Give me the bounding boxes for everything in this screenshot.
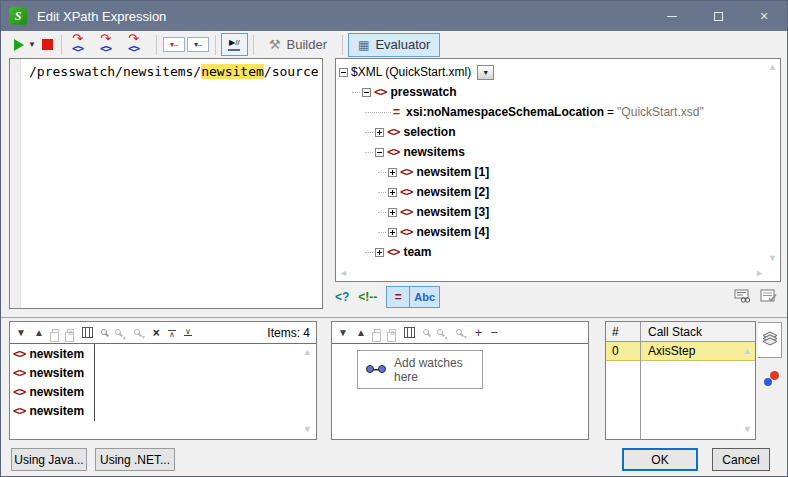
- scroll-up-arrow[interactable]: ▲: [743, 347, 752, 356]
- horizontal-splitter[interactable]: [1, 317, 787, 318]
- scroll-down-arrow[interactable]: ▼: [768, 254, 777, 263]
- result-item[interactable]: <>newsitem: [10, 382, 316, 401]
- expand-icon[interactable]: [375, 128, 384, 137]
- text-toggle[interactable]: Abc: [409, 286, 440, 308]
- insert-breakpoint-button[interactable]: ▾--: [163, 37, 185, 52]
- linked-evaluation-icon[interactable]: [734, 289, 751, 306]
- expand-icon[interactable]: [375, 248, 384, 257]
- tree-node[interactable]: <>team: [336, 242, 780, 262]
- clear-results-icon[interactable]: ×: [153, 327, 160, 339]
- copy-icon[interactable]: [374, 329, 381, 337]
- search-up-icon[interactable]: [437, 329, 443, 335]
- step-out-button[interactable]: ↷<>: [123, 34, 151, 56]
- callstack-header: # Call Stack: [606, 322, 755, 342]
- evaluate-on-typing-toggle[interactable]: ▶//: [221, 33, 248, 56]
- scroll-up-arrow[interactable]: ▲: [303, 348, 312, 357]
- start-debugging-button[interactable]: ▼: [11, 34, 39, 56]
- previous-result-icon[interactable]: ▲: [34, 328, 44, 338]
- copy-all-icon[interactable]: [389, 329, 396, 337]
- remove-watch-icon[interactable]: −: [490, 326, 498, 339]
- next-watch-icon[interactable]: ▼: [338, 328, 348, 338]
- columns-icon[interactable]: [404, 327, 415, 338]
- callstack-row[interactable]: 0AxisStep: [606, 342, 755, 361]
- evaluator-button[interactable]: ▦ Evaluator: [348, 33, 440, 57]
- scroll-left-arrow[interactable]: ◄: [339, 269, 348, 278]
- columns-icon[interactable]: [82, 327, 93, 338]
- search-icon[interactable]: [101, 329, 107, 335]
- attribute-equals: =: [607, 105, 614, 119]
- element-icon: <>: [400, 165, 412, 179]
- tree-node[interactable]: <>selection: [336, 122, 780, 142]
- expand-icon[interactable]: [388, 228, 397, 237]
- step-over-button[interactable]: ↷<>: [95, 34, 123, 56]
- scroll-down-arrow[interactable]: ▼: [303, 425, 312, 434]
- expand-icon[interactable]: [388, 188, 397, 197]
- insert-tracepoint-button[interactable]: ▾--: [187, 37, 209, 52]
- add-watch-icon[interactable]: +: [475, 326, 483, 339]
- expand-icon[interactable]: [388, 168, 397, 177]
- callstack-column-divider: [640, 322, 641, 439]
- tree-footer-right: [734, 289, 777, 306]
- tree-node[interactable]: <>presswatch: [336, 82, 780, 102]
- using-dotnet-button[interactable]: Using .NET...: [95, 448, 175, 471]
- attributes-toggle[interactable]: =: [386, 286, 410, 308]
- minimize-button[interactable]: [649, 1, 695, 31]
- evaluator-label: Evaluator: [375, 37, 430, 52]
- collapse-icon[interactable]: [375, 148, 384, 157]
- tab-breakpoints[interactable]: [761, 367, 781, 389]
- close-button[interactable]: ×: [741, 1, 787, 31]
- tab-callstack[interactable]: [758, 322, 782, 358]
- result-item[interactable]: <>newsitem: [10, 363, 316, 382]
- processing-instruction-toggle[interactable]: <?: [335, 290, 349, 304]
- next-result-icon[interactable]: ▼: [16, 328, 26, 338]
- go-to-top-icon[interactable]: ∧: [168, 329, 176, 337]
- search-down-icon[interactable]: [134, 329, 140, 335]
- source-dropdown-button[interactable]: ▼: [477, 65, 494, 80]
- tree-node[interactable]: <>newsitems: [336, 142, 780, 162]
- result-label: newsitem: [29, 385, 84, 399]
- comment-toggle[interactable]: <!--: [358, 290, 377, 304]
- close-icon: ×: [760, 9, 768, 23]
- tree-root-row[interactable]: $XML (QuickStart.xml) ▼: [336, 62, 780, 82]
- tree-node[interactable]: <>newsitem [2]: [336, 182, 780, 202]
- go-to-bottom-icon[interactable]: ∨: [184, 329, 192, 337]
- result-item[interactable]: <>newsitem: [10, 344, 316, 363]
- tree-node[interactable]: <>newsitem [4]: [336, 222, 780, 242]
- callstack-col-name: Call Stack: [640, 325, 702, 339]
- using-java-button[interactable]: Using Java...: [11, 448, 87, 471]
- tree-node[interactable]: <>newsitem [3]: [336, 202, 780, 222]
- xpath-expression-editor[interactable]: /presswatch/newsitems/newsitem/source: [9, 58, 323, 309]
- maximize-button[interactable]: [695, 1, 741, 31]
- arrow-hint: ▾: [142, 333, 145, 340]
- result-label: newsitem: [29, 347, 84, 361]
- step-into-button[interactable]: ↷<>: [67, 34, 95, 56]
- toolbar-separator: [342, 35, 343, 55]
- tree-connector: [365, 152, 373, 153]
- result-item[interactable]: <>newsitem: [10, 401, 316, 420]
- add-watch-box[interactable]: Add watches here: [357, 350, 483, 389]
- edit-expression-icon[interactable]: [760, 289, 777, 306]
- search-up-icon[interactable]: [115, 329, 121, 335]
- scroll-up-arrow[interactable]: ▲: [768, 63, 777, 72]
- cancel-button[interactable]: Cancel: [712, 448, 770, 471]
- collapse-icon[interactable]: [339, 68, 348, 77]
- tree-node[interactable]: <>newsitem [1]: [336, 162, 780, 182]
- tree-connector: [365, 112, 391, 113]
- expand-icon[interactable]: [388, 208, 397, 217]
- scroll-right-arrow[interactable]: ►: [755, 269, 764, 278]
- builder-button[interactable]: ⚒ Builder: [259, 33, 337, 57]
- stop-debugging-button[interactable]: [39, 34, 56, 56]
- ok-button[interactable]: OK: [622, 448, 698, 471]
- search-icon[interactable]: [423, 329, 429, 335]
- scroll-down-arrow[interactable]: ▼: [743, 425, 752, 434]
- search-down-icon[interactable]: [456, 329, 462, 335]
- attribute-value: "QuickStart.xsd": [617, 105, 704, 119]
- tree-connector: [378, 232, 386, 233]
- copy-all-icon[interactable]: [67, 329, 74, 337]
- tree-node[interactable]: =xsi:noNamespaceSchemaLocation="QuickSta…: [336, 102, 780, 122]
- editor-gutter: [10, 59, 21, 308]
- copy-icon[interactable]: [52, 329, 59, 337]
- previous-watch-icon[interactable]: ▲: [356, 328, 366, 338]
- collapse-icon[interactable]: [362, 88, 371, 97]
- tree-connector: [378, 192, 386, 193]
